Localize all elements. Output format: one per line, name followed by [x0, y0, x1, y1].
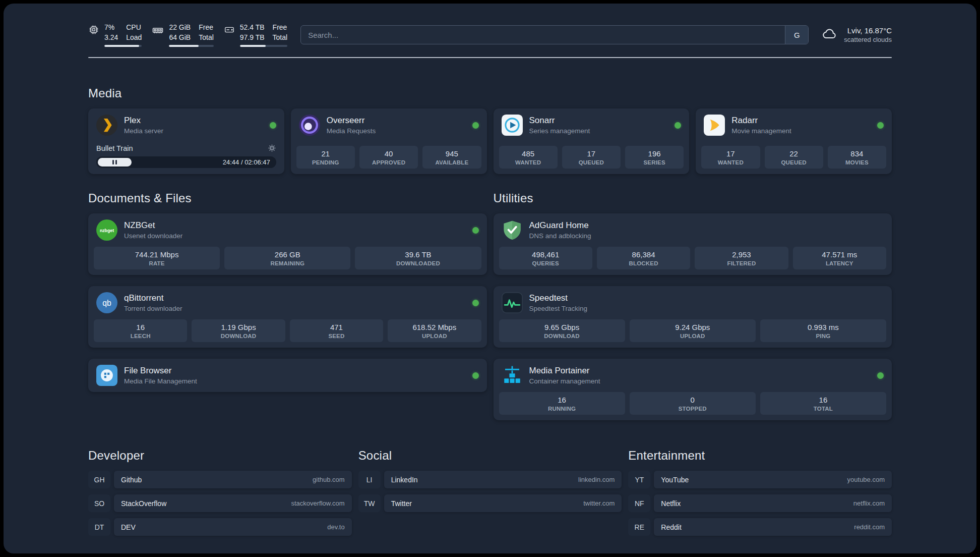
app-subtitle: Media server: [124, 127, 163, 135]
filebrowser-icon: [96, 365, 117, 386]
link-linkedin[interactable]: LI LinkedInlinkedin.com: [358, 471, 622, 488]
link-url: reddit.com: [854, 523, 885, 531]
search-bar[interactable]: G: [300, 25, 809, 44]
link-url: netflix.com: [853, 499, 885, 507]
disk-metric: 52.4 TB 97.9 TB Free Total: [224, 23, 287, 47]
ram-icon: [152, 24, 164, 38]
link-name: Reddit: [661, 523, 681, 531]
app-name: Media Portainer: [529, 366, 600, 376]
now-playing-title: Bullet Train: [96, 144, 133, 152]
app-card-radarr[interactable]: Radarr Movie management 17WANTED 22QUEUE…: [696, 108, 892, 174]
plex-icon: [96, 115, 117, 136]
app-subtitle: Media File Management: [124, 377, 197, 385]
status-dot: [270, 122, 276, 129]
link-name: Twitter: [391, 499, 412, 508]
cpu-labels: CPU Load: [126, 23, 142, 42]
ram-usage-bar: [169, 45, 213, 47]
link-url: github.com: [313, 476, 345, 483]
status-dot: [675, 122, 681, 129]
search-input[interactable]: [301, 26, 785, 44]
stat-seed: 471SEED: [290, 319, 383, 342]
svg-text:qb: qb: [102, 299, 111, 307]
link-abbr: YT: [628, 471, 650, 488]
disk-labels: Free Total: [273, 23, 288, 42]
app-card-nzbget[interactable]: nzbget NZBGet Usenet downloader 744.21 M…: [88, 213, 487, 275]
status-dot: [877, 122, 884, 129]
link-name: Github: [121, 476, 142, 484]
app-name: Sonarr: [529, 116, 590, 126]
stat-queries: 498,461QUERIES: [499, 247, 592, 269]
link-github[interactable]: GH Githubgithub.com: [88, 471, 352, 488]
stat-available: 945AVAILABLE: [422, 146, 481, 169]
stat-upload: 9.24 GbpsUPLOAD: [630, 319, 756, 342]
app-name: Overseerr: [327, 116, 376, 126]
status-dot: [472, 372, 479, 379]
app-card-speedtest[interactable]: Speedtest Speedtest Tracking 9.65 GbpsDO…: [494, 286, 892, 348]
app-name: NZBGet: [124, 220, 182, 231]
search-provider-button[interactable]: G: [785, 26, 808, 44]
system-metrics: 7% 3.24 CPU Load: [88, 23, 287, 47]
app-name: Plex: [124, 116, 163, 126]
link-url: stackoverflow.com: [291, 499, 344, 507]
disk-usage-bar: [240, 45, 287, 47]
link-reddit[interactable]: RE Redditreddit.com: [628, 518, 892, 536]
ram-metric: 22 GiB 64 GiB Free Total: [152, 23, 213, 47]
stat-movies: 834MOVIES: [828, 146, 886, 169]
app-card-sonarr[interactable]: Sonarr Series management 485WANTED 17QUE…: [494, 108, 690, 174]
pause-button[interactable]: [98, 158, 132, 166]
radarr-icon: [704, 115, 725, 136]
stat-rate: 744.21 MbpsRATE: [94, 247, 220, 269]
settings-gear-icon[interactable]: [268, 144, 276, 152]
app-name: File Browser: [124, 366, 197, 376]
app-card-plex[interactable]: Plex Media server Bullet Train: [88, 108, 284, 174]
link-url: dev.to: [327, 523, 344, 531]
app-subtitle: DNS and adblocking: [529, 232, 591, 240]
section-documents: Documents & Files nzbget NZBGet Usenet d…: [88, 191, 487, 420]
stat-wanted: 485WANTED: [499, 146, 558, 169]
app-name: Radarr: [731, 116, 791, 126]
app-subtitle: Usenet downloader: [124, 232, 182, 240]
link-abbr: TW: [358, 494, 381, 512]
section-social: Social LI LinkedInlinkedin.com TW Twitte…: [358, 449, 622, 536]
link-netflix[interactable]: NF Netflixnetflix.com: [628, 494, 892, 512]
link-youtube[interactable]: YT YouTubeyoutube.com: [628, 471, 892, 488]
app-subtitle: Series management: [529, 127, 590, 135]
cpu-values: 7% 3.24: [104, 23, 118, 42]
app-card-qbittorrent[interactable]: qb qBittorrent Torrent downloader 16LEEC…: [88, 286, 487, 348]
playback-time: 24:44 / 02:06:47: [223, 158, 270, 166]
ram-values: 22 GiB 64 GiB: [169, 23, 191, 42]
section-title-utilities: Utilities: [494, 191, 892, 205]
topbar: 7% 3.24 CPU Load: [88, 23, 892, 47]
pause-icon: [112, 160, 114, 164]
link-abbr: LI: [358, 471, 381, 488]
link-abbr: GH: [88, 471, 110, 488]
section-developer: Developer GH Githubgithub.com SO StackOv…: [88, 449, 352, 536]
section-title-social: Social: [358, 449, 622, 463]
link-dev[interactable]: DT DEVdev.to: [88, 518, 352, 536]
playback-progress-bar[interactable]: 24:44 / 02:06:47: [96, 156, 276, 168]
link-abbr: SO: [88, 494, 110, 512]
link-abbr: NF: [628, 494, 650, 512]
sonarr-icon: [502, 115, 523, 136]
app-card-overseerr[interactable]: Overseerr Media Requests 21PENDING 40APP…: [291, 108, 487, 174]
cpu-usage-bar: [104, 45, 142, 47]
link-url: twitter.com: [583, 499, 615, 507]
stat-filtered: 2,953FILTERED: [695, 247, 788, 269]
stat-download: 9.65 GbpsDOWNLOAD: [499, 319, 625, 342]
link-stackoverflow[interactable]: SO StackOverflowstackoverflow.com: [88, 494, 352, 512]
app-name: Speedtest: [529, 293, 588, 303]
link-twitter[interactable]: TW Twittertwitter.com: [358, 494, 622, 512]
speedtest-icon: [502, 292, 523, 313]
link-name: LinkedIn: [391, 476, 418, 484]
app-subtitle: Container management: [529, 377, 600, 385]
link-name: Netflix: [661, 499, 681, 508]
qbittorrent-icon: qb: [96, 292, 117, 313]
app-subtitle: Movie management: [731, 127, 791, 135]
stat-series: 196SERIES: [625, 146, 684, 169]
plex-now-playing: Bullet Train 24:44 / 02:06:47: [88, 144, 284, 174]
link-url: youtube.com: [847, 476, 885, 483]
app-card-portainer[interactable]: Media Portainer Container management 16R…: [494, 359, 892, 420]
weather-location: Lviv, 16.87°C: [844, 26, 892, 35]
app-card-adguard[interactable]: AdGuard Home DNS and adblocking 498,461Q…: [494, 213, 892, 275]
app-card-filebrowser[interactable]: File Browser Media File Management: [88, 359, 487, 392]
